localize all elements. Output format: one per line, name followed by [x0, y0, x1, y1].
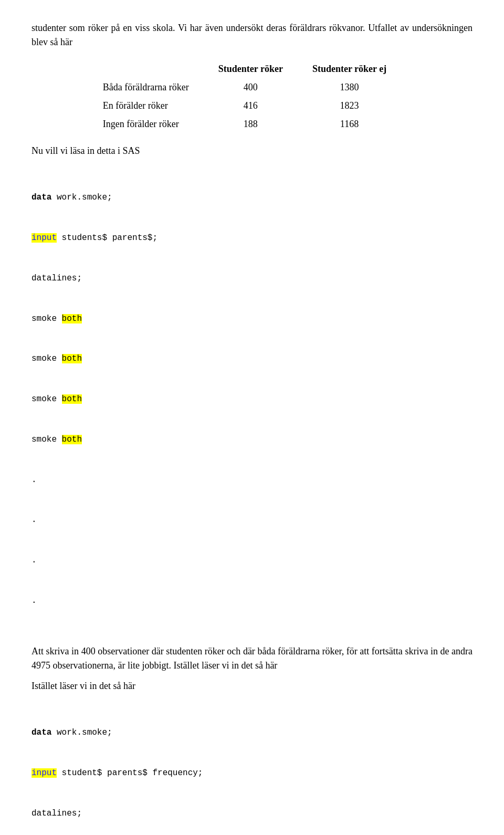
code-block-2: data work.smoke; input student$ parents$… — [32, 700, 472, 835]
row1-label: Båda föräldrarna röker — [103, 78, 204, 97]
row1-val1: 400 — [204, 78, 298, 97]
row1-val2: 1380 — [298, 78, 401, 97]
code2-line2: input student$ parents$ frequency; — [32, 767, 472, 780]
code1-dots2: . — [32, 514, 472, 527]
code-block-1: data work.smoke; input students$ parents… — [32, 164, 472, 635]
keyword-input: input — [32, 233, 57, 243]
code1-line3: datalines; — [32, 272, 472, 286]
section2-heading: Istället läser vi in det så här — [32, 679, 472, 693]
code1-dots4: . — [32, 594, 472, 608]
keyword-input-2: input — [32, 768, 57, 778]
table-row: Ingen förälder röker 188 1168 — [103, 115, 401, 133]
code2-line3: datalines; — [32, 807, 472, 821]
table-row: Båda föräldrarna röker 400 1380 — [103, 78, 401, 97]
row2-val1: 416 — [204, 97, 298, 115]
data-table-wrapper: Studenter röker Studenter röker ej Båda … — [32, 60, 472, 133]
row2-val2: 1823 — [298, 97, 401, 115]
keyword-data: data — [32, 193, 51, 202]
table-row: En förälder röker 416 1823 — [103, 97, 401, 115]
row3-val2: 1168 — [298, 115, 401, 133]
code1-line7: smoke both — [32, 433, 472, 447]
code1-line5: smoke both — [32, 352, 472, 366]
row2-label: En förälder röker — [103, 97, 204, 115]
row3-val1: 188 — [204, 115, 298, 133]
page-content: studenter som röker på en viss skola. Vi… — [32, 21, 472, 835]
col-header-1: Studenter röker — [204, 60, 298, 78]
data-table: Studenter röker Studenter röker ej Båda … — [103, 60, 401, 133]
keyword-data-2: data — [32, 728, 51, 737]
highlight-both-4: both — [62, 435, 82, 444]
paragraph-between: Att skriva in 400 observationer där stud… — [32, 644, 472, 673]
highlight-both-3: both — [62, 394, 82, 404]
code2-line1: data work.smoke; — [32, 726, 472, 740]
highlight-both-2: both — [62, 354, 82, 363]
highlight-both-1: both — [62, 314, 82, 323]
col-header-2: Studenter röker ej — [298, 60, 401, 78]
code1-line6: smoke both — [32, 393, 472, 406]
code1-line1: data work.smoke; — [32, 191, 472, 205]
code1-dots3: . — [32, 554, 472, 568]
code1-line4: smoke both — [32, 312, 472, 326]
code1-data-name: work.smoke; — [57, 193, 112, 202]
intro-text: studenter som röker på en viss skola. Vi… — [32, 21, 472, 49]
code1-line2: input students$ parents$; — [32, 232, 472, 245]
section1-heading: Nu vill vi läsa in detta i SAS — [32, 144, 472, 158]
code1-dots: . — [32, 474, 472, 487]
row3-label: Ingen förälder röker — [103, 115, 204, 133]
